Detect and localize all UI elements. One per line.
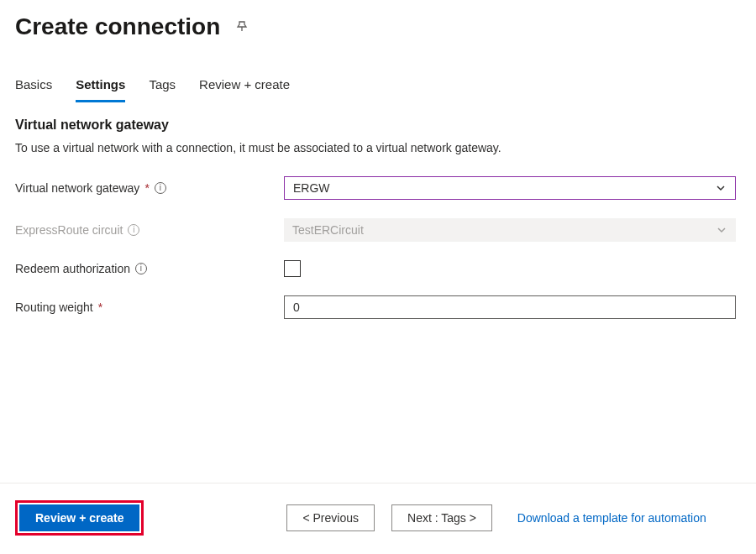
tab-tags[interactable]: Tags: [149, 77, 176, 102]
chevron-down-icon: [716, 224, 727, 236]
chevron-down-icon: [715, 182, 727, 194]
required-asterisk: *: [144, 181, 149, 195]
pin-icon[interactable]: [234, 18, 250, 35]
expressroute-circuit-select: TestERCircuit: [284, 218, 736, 242]
row-routing-weight: Routing weight *: [15, 295, 741, 319]
form: Virtual network gateway * i ERGW Express…: [0, 176, 756, 319]
redeem-authorization-checkbox[interactable]: [284, 260, 301, 277]
select-value: ERGW: [293, 181, 330, 195]
section-heading: Virtual network gateway: [15, 118, 741, 133]
control-wrap: [284, 295, 736, 319]
label-text: Virtual network gateway: [15, 181, 139, 195]
footer-bar: Review + create < Previous Next : Tags >…: [0, 483, 756, 554]
page-title: Create connection: [15, 13, 220, 40]
info-icon[interactable]: i: [155, 182, 166, 194]
info-icon[interactable]: i: [135, 263, 147, 274]
label-text: Redeem authorization: [15, 262, 130, 275]
row-redeem-authorization: Redeem authorization i: [15, 260, 741, 277]
info-icon[interactable]: i: [128, 224, 139, 236]
highlight-review-create: Review + create: [15, 500, 144, 536]
section-description: To use a virtual network with a connecti…: [15, 141, 741, 154]
review-create-button[interactable]: Review + create: [19, 504, 139, 531]
control-wrap: ERGW: [284, 176, 736, 200]
label-text: Routing weight: [15, 301, 93, 314]
label-virtual-network-gateway: Virtual network gateway * i: [15, 181, 284, 195]
download-template-link[interactable]: Download a template for automation: [517, 511, 706, 525]
row-virtual-network-gateway: Virtual network gateway * i ERGW: [15, 176, 741, 200]
label-routing-weight: Routing weight *: [15, 301, 284, 314]
virtual-network-gateway-select[interactable]: ERGW: [284, 176, 736, 200]
routing-weight-input[interactable]: [284, 295, 736, 319]
tab-settings[interactable]: Settings: [76, 77, 125, 102]
next-button[interactable]: Next : Tags >: [391, 504, 492, 531]
tab-review-create[interactable]: Review + create: [199, 77, 290, 102]
required-asterisk: *: [98, 301, 102, 314]
section-vng: Virtual network gateway To use a virtual…: [0, 102, 756, 154]
control-wrap: [284, 260, 736, 277]
previous-button[interactable]: < Previous: [286, 504, 375, 531]
page-header: Create connection: [0, 0, 756, 45]
label-redeem-authorization: Redeem authorization i: [15, 262, 284, 275]
label-expressroute-circuit: ExpressRoute circuit i: [15, 223, 284, 237]
select-value: TestERCircuit: [292, 223, 364, 237]
tabs-bar: Basics Settings Tags Review + create: [0, 45, 756, 102]
row-expressroute-circuit: ExpressRoute circuit i TestERCircuit: [15, 218, 741, 242]
tab-basics[interactable]: Basics: [15, 77, 52, 102]
label-text: ExpressRoute circuit: [15, 223, 123, 237]
control-wrap: TestERCircuit: [284, 218, 736, 242]
